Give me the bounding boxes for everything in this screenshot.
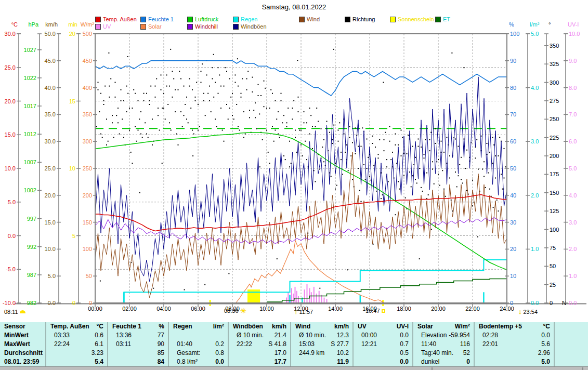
svg-text:20: 20 bbox=[69, 31, 75, 37]
cell-value: 84 bbox=[116, 358, 164, 366]
cell-label: 22:22 bbox=[237, 340, 252, 349]
svg-text:3.0: 3.0 bbox=[531, 138, 539, 144]
svg-text:60: 60 bbox=[510, 138, 516, 144]
svg-text:W/m²: W/m² bbox=[81, 21, 95, 28]
svg-text:14:00: 14:00 bbox=[328, 306, 343, 312]
svg-text:°: ° bbox=[548, 21, 551, 28]
svg-text:5: 5 bbox=[72, 233, 75, 239]
svg-text:150: 150 bbox=[83, 219, 92, 226]
cell-value: 21.4 bbox=[264, 331, 286, 340]
sunset-time: 16:47 bbox=[365, 308, 380, 314]
svg-text:5.0: 5.0 bbox=[48, 273, 56, 279]
cell-value: 6.1 bbox=[70, 340, 103, 349]
axis-temp: 30.025.020.015.010.05.00.0-5.0-10.0°C bbox=[3, 21, 21, 306]
moonset-time: 23:54 bbox=[524, 309, 538, 315]
svg-text:km/h: km/h bbox=[45, 21, 58, 28]
table-row: Ø 10 min.21.4 bbox=[229, 331, 290, 340]
svg-text:l/m²: l/m² bbox=[530, 21, 540, 28]
svg-text:4.0: 4.0 bbox=[569, 192, 577, 199]
cell-label: 11:40 bbox=[421, 340, 436, 349]
svg-text:450: 450 bbox=[83, 58, 92, 64]
axis-deg: 3503253002752502252001751501251007550250… bbox=[544, 21, 566, 306]
col-title: Temp. Außen bbox=[50, 322, 89, 331]
cell-value: 17.0 bbox=[237, 349, 286, 358]
svg-text:1002: 1002 bbox=[24, 187, 36, 193]
table-row: 17.0 bbox=[229, 349, 290, 358]
table-col-header: Windkm/h bbox=[291, 322, 352, 331]
col-unit: km/h bbox=[310, 322, 349, 331]
svg-text:9.0: 9.0 bbox=[569, 58, 577, 64]
table-row-label: 08.01. 23:59 bbox=[0, 358, 45, 366]
svg-text:200: 200 bbox=[83, 192, 92, 199]
cell-value: 2.96 bbox=[482, 349, 550, 358]
svg-text:2.0: 2.0 bbox=[569, 246, 577, 252]
table-row: Gesamt:0.8 bbox=[169, 349, 228, 358]
cell-value: 5.0 bbox=[482, 358, 550, 366]
svg-text:0.0: 0.0 bbox=[531, 300, 539, 306]
table-row: 3.23 bbox=[46, 349, 107, 358]
cell-value: 5.6 bbox=[498, 340, 550, 349]
dawn-sun-icon bbox=[20, 310, 25, 313]
svg-text:50: 50 bbox=[86, 273, 92, 279]
svg-text:hPa: hPa bbox=[28, 21, 38, 28]
sunrise-marker: 08:36 ☀ bbox=[224, 308, 246, 314]
cell-label: 0.8 l/m² bbox=[177, 358, 198, 366]
svg-text:00:00: 00:00 bbox=[88, 306, 102, 312]
svg-text:%: % bbox=[509, 21, 514, 28]
svg-text:350: 350 bbox=[83, 111, 92, 117]
table-col-regen: Regenl/m²01:400.2Gesamt:0.80.8 l/m²0.0 bbox=[168, 322, 228, 366]
cell-value: 116 bbox=[436, 340, 470, 349]
table-row: Tag:40 min.52 bbox=[413, 349, 474, 358]
axis-uvi: 10.09.08.07.06.05.04.03.02.01.00.0UV-I bbox=[564, 21, 580, 306]
col-title: Wind bbox=[295, 322, 310, 331]
svg-text:225: 225 bbox=[550, 135, 559, 141]
svg-text:50.0: 50.0 bbox=[45, 31, 56, 37]
svg-text:3.0: 3.0 bbox=[569, 219, 577, 226]
col-title: Windböen bbox=[233, 322, 263, 331]
svg-text:50: 50 bbox=[550, 263, 556, 269]
table-row: 5.0 bbox=[475, 358, 554, 366]
svg-text:°C: °C bbox=[11, 21, 18, 28]
svg-text:275: 275 bbox=[550, 98, 559, 104]
svg-text:15.0: 15.0 bbox=[45, 219, 56, 226]
col-unit: °C bbox=[89, 322, 103, 331]
svg-text:70: 70 bbox=[510, 111, 516, 117]
sun-icon: ☀ bbox=[240, 308, 247, 314]
cell-value: 85 bbox=[116, 349, 164, 358]
svg-text:10.0: 10.0 bbox=[45, 246, 56, 252]
table-row: 03:1190 bbox=[108, 340, 168, 349]
svg-text:150: 150 bbox=[550, 190, 559, 196]
divider bbox=[582, 367, 583, 370]
et-series bbox=[267, 279, 507, 302]
dawn-time: 08:11 bbox=[4, 309, 18, 315]
table-row: Ø 10 min.12.3 bbox=[291, 331, 352, 340]
col-title: Regen bbox=[173, 322, 192, 331]
cell-label: Ø 10 min. bbox=[299, 331, 326, 340]
svg-text:20:00: 20:00 bbox=[431, 306, 446, 312]
table-col-header: Windböenkm/h bbox=[229, 322, 290, 331]
col-unit: W/m² bbox=[433, 322, 470, 331]
svg-text:1022: 1022 bbox=[24, 75, 36, 81]
table-col-header: UVUV-I bbox=[354, 322, 412, 331]
moonrise-time: 11:57 bbox=[299, 309, 313, 315]
svg-text:0.0: 0.0 bbox=[569, 300, 577, 306]
cell-value: 5.4 bbox=[54, 358, 103, 366]
svg-text:1027: 1027 bbox=[24, 47, 36, 53]
svg-text:10: 10 bbox=[69, 165, 75, 171]
cell-label: Ø 10 min. bbox=[237, 331, 264, 340]
svg-text:400: 400 bbox=[83, 85, 92, 91]
table-row: 85 bbox=[108, 349, 168, 358]
cell-label: 01:40 bbox=[177, 340, 192, 349]
sunrise-time: 08:36 bbox=[224, 308, 239, 314]
table-row: dunkel0 bbox=[413, 358, 474, 366]
table-row: 0.5 bbox=[354, 349, 412, 358]
col-unit: % bbox=[141, 322, 164, 331]
table-row: 0.8 l/m²0.0 bbox=[169, 358, 228, 366]
svg-text:15: 15 bbox=[69, 98, 75, 104]
cell-value: 11.9 bbox=[299, 358, 349, 366]
cell-value: 0.7 bbox=[377, 340, 409, 349]
cell-label: Tag:40 min. bbox=[421, 349, 453, 358]
table-col-header: Temp. Außen°C bbox=[46, 322, 107, 331]
table-row: 22:015.6 bbox=[475, 340, 554, 349]
svg-text:1007: 1007 bbox=[24, 159, 36, 165]
